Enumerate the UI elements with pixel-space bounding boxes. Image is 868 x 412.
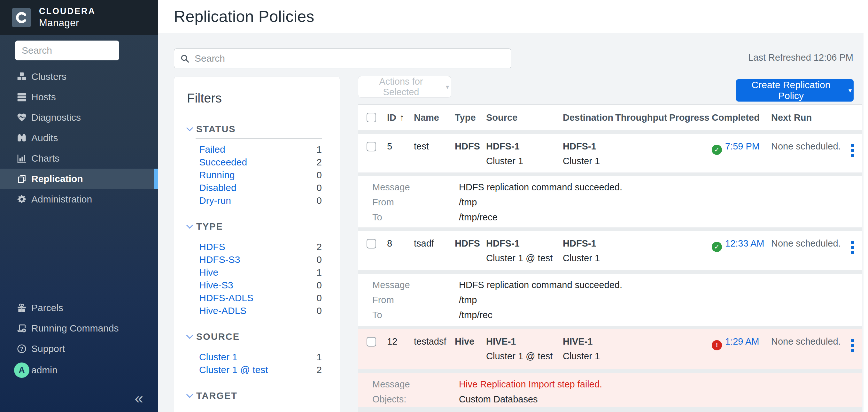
row-checkbox[interactable] xyxy=(367,239,376,248)
sidebar-item-label: Parcels xyxy=(31,303,63,313)
collapse-sidebar-icon[interactable]: « xyxy=(134,389,143,407)
filter-link-dry-run[interactable]: Dry-run xyxy=(199,195,231,206)
filter-link-hdfs-s3[interactable]: HDFS-S3 xyxy=(199,254,240,265)
policies-table: ID↑ Name Type Source Destination Through… xyxy=(358,104,862,412)
row-menu-icon[interactable] xyxy=(850,338,856,353)
filter-link-disabled[interactable]: Disabled xyxy=(199,182,237,193)
detail-label: From xyxy=(372,197,394,208)
column-header-next-run[interactable]: Next Run xyxy=(771,105,812,130)
sidebar-item-hosts[interactable]: Hosts xyxy=(0,87,158,107)
filter-link-cluster-1[interactable]: Cluster 1 xyxy=(199,352,238,363)
filter-link-running[interactable]: Running xyxy=(199,170,235,180)
filter-item: Disabled0 xyxy=(199,181,322,194)
column-header-id[interactable]: ID↑ xyxy=(387,105,404,130)
scrollbar-track[interactable] xyxy=(864,33,868,412)
detail-value: /tmp/rec xyxy=(459,310,493,320)
cell-next-run: None scheduled. xyxy=(771,141,841,152)
filter-count: 0 xyxy=(316,280,322,290)
filter-link-succeeded[interactable]: Succeeded xyxy=(199,157,247,168)
content-area: Last Refreshed 12:06 PM Filters STATUS F… xyxy=(158,33,868,412)
filter-item: Cluster 11 xyxy=(199,351,322,364)
filter-link-hive-adls[interactable]: Hive-ADLS xyxy=(199,305,246,316)
completed-time-link[interactable]: 7:59 PM xyxy=(725,141,760,151)
filter-link-hdfs-adls[interactable]: HDFS-ADLS xyxy=(199,293,253,303)
divider xyxy=(195,405,322,405)
sidebar-item-administration[interactable]: Administration xyxy=(0,189,158,209)
user-name: admin xyxy=(31,365,58,376)
chevron-down-icon xyxy=(186,391,193,398)
column-header-throughput[interactable]: Throughput xyxy=(615,105,667,130)
detail-value: HDFS replication command succeeded. xyxy=(459,280,622,290)
sidebar-item-diagnostics[interactable]: Diagnostics xyxy=(0,107,158,128)
policy-row: 5 test HDFS HDFS-1 Cluster 1 HDFS-1 Clus… xyxy=(358,134,862,172)
column-header-name[interactable]: Name xyxy=(414,105,439,130)
filter-section-status-header[interactable]: STATUS xyxy=(187,124,322,134)
sidebar-search-input[interactable] xyxy=(15,41,119,60)
sidebar-item-support[interactable]: ? Support xyxy=(0,339,158,359)
divider xyxy=(195,138,322,139)
filter-link-hdfs[interactable]: HDFS xyxy=(199,241,225,252)
column-header-source[interactable]: Source xyxy=(486,105,518,130)
last-refreshed-label: Last Refreshed 12:06 PM xyxy=(748,53,853,63)
sidebar-item-clusters[interactable]: Clusters xyxy=(0,66,158,87)
sidebar-item-running-commands[interactable]: Running Commands xyxy=(0,318,158,339)
filters-title: Filters xyxy=(187,91,340,106)
filter-section-target-header[interactable]: TARGET xyxy=(187,390,322,401)
filter-link-cluster-1-test[interactable]: Cluster 1 @ test xyxy=(199,365,268,375)
cell-id: 12 xyxy=(387,336,397,347)
filter-section-type-header[interactable]: TYPE xyxy=(187,221,322,232)
column-header-destination[interactable]: Destination xyxy=(563,105,613,130)
detail-label: Message xyxy=(372,280,410,290)
cell-id: 8 xyxy=(387,238,392,249)
filter-count: 1 xyxy=(316,352,322,363)
detail-value: /tmp/rece xyxy=(459,212,498,222)
page-header: Replication Policies xyxy=(158,0,868,33)
brand-text: CLOUDERA Manager xyxy=(39,6,96,29)
detail-value: /tmp xyxy=(459,295,477,305)
row-checkbox[interactable] xyxy=(367,142,376,151)
policy-search-input[interactable] xyxy=(194,53,505,64)
divider xyxy=(195,236,322,236)
column-header-completed[interactable]: Completed xyxy=(712,105,760,130)
select-all-checkbox[interactable] xyxy=(367,113,376,122)
row-menu-icon[interactable] xyxy=(850,240,856,255)
filter-count: 1 xyxy=(316,144,322,155)
sidebar-item-label: Support xyxy=(31,343,65,354)
cell-id: 5 xyxy=(387,141,392,152)
filter-section-source: SOURCE Cluster 11 Cluster 1 @ test2 xyxy=(187,331,322,376)
detail-label: From xyxy=(372,295,394,305)
sidebar-nav: Clusters Hosts Diagnostics Audits Charts xyxy=(0,66,158,209)
row-checkbox[interactable] xyxy=(367,337,376,346)
filter-item: HDFS-ADLS0 xyxy=(199,291,322,304)
filter-count: 0 xyxy=(316,170,322,180)
completed-time-link[interactable]: 1:29 AM xyxy=(725,336,759,346)
sidebar-item-replication[interactable]: Replication xyxy=(0,169,158,189)
filter-count: 1 xyxy=(316,267,322,278)
filter-link-hive-s3[interactable]: Hive-S3 xyxy=(199,280,233,290)
cell-type: Hive xyxy=(455,336,474,347)
filter-item: Hive-ADLS0 xyxy=(199,304,322,317)
sidebar-item-parcels[interactable]: Parcels xyxy=(0,298,158,318)
filter-item: HDFS2 xyxy=(199,240,322,253)
sidebar-item-label: Charts xyxy=(31,153,59,164)
sidebar-item-charts[interactable]: Charts xyxy=(0,148,158,169)
sidebar-item-audits[interactable]: Audits xyxy=(0,128,158,148)
detail-label: Objects: xyxy=(372,394,406,405)
completed-time-link[interactable]: 12:33 AM xyxy=(725,238,765,248)
filter-link-failed[interactable]: Failed xyxy=(199,144,225,155)
sidebar-item-label: Hosts xyxy=(31,92,56,103)
column-header-type[interactable]: Type xyxy=(455,105,476,130)
sidebar-user[interactable]: A admin xyxy=(0,359,158,381)
sidebar-footer: Parcels Running Commands ? Support A adm… xyxy=(0,298,158,412)
sidebar-item-label: Running Commands xyxy=(31,323,119,334)
column-header-progress[interactable]: Progress xyxy=(669,105,710,130)
filter-section-source-header[interactable]: SOURCE xyxy=(187,331,322,342)
row-menu-icon[interactable] xyxy=(850,142,856,159)
create-replication-policy-button[interactable]: Create Replication Policy ▾ xyxy=(736,79,854,102)
filter-item: Running0 xyxy=(199,169,322,181)
filter-link-hive[interactable]: Hive xyxy=(199,267,218,278)
brand[interactable]: CLOUDERA Manager xyxy=(0,0,158,35)
actions-for-selected-button[interactable]: Actions for Selected ▾ xyxy=(358,76,451,98)
cell-source-service: HDFS-1 xyxy=(486,141,520,152)
brand-line1: CLOUDERA xyxy=(39,6,96,16)
